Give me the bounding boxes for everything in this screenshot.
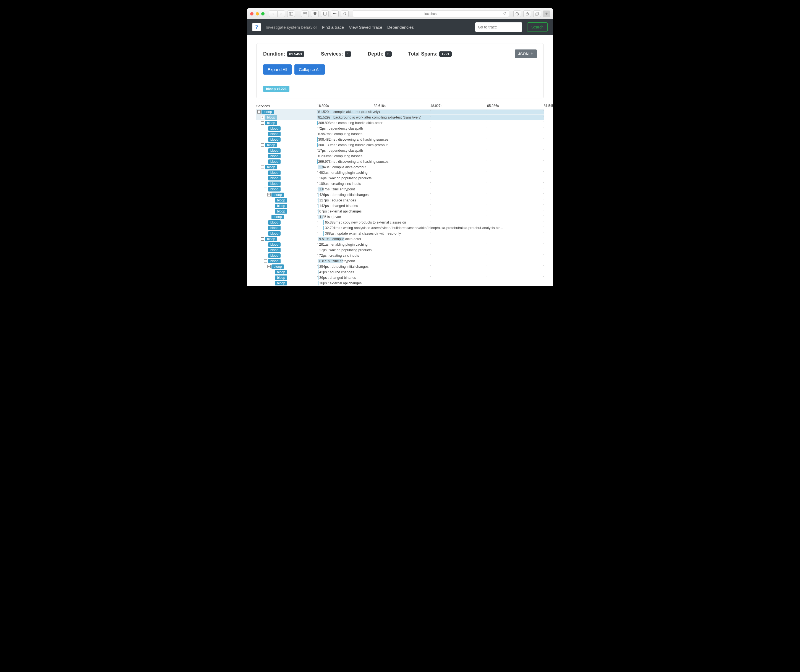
span-label: 1.875s : zinc entrypoint (318, 187, 355, 191)
browser-toolbar: ‹ › ••• localhost (247, 8, 553, 19)
span-label: 142µs : changed binaries (318, 204, 358, 208)
row-toggle[interactable]: − (267, 265, 271, 268)
duration-stat: Duration: 81.545s (263, 51, 305, 57)
new-tab-button[interactable]: + (543, 11, 550, 17)
span-row[interactable]: bloop·····72µs : creating zinc inputs (256, 253, 544, 258)
span-row[interactable]: −bloop·····300.139ms : computing bundle … (256, 142, 544, 148)
close-window-button[interactable] (250, 12, 253, 16)
span-row[interactable]: bloop·····142µs : changed binaries (256, 203, 544, 209)
url-bar[interactable]: localhost (353, 10, 509, 18)
row-toggle[interactable]: − (264, 187, 267, 191)
summary-panel: Duration: 81.545s Services: 1 Depth: 5 T… (256, 43, 544, 98)
service-pill: bloop (268, 226, 281, 230)
span-row[interactable]: −bloop·····254µs : detecting initial cha… (256, 264, 544, 269)
pocket-icon (303, 12, 307, 16)
span-row[interactable]: bloop·····109µs : creating zinc inputs (256, 181, 544, 187)
service-filter-badge[interactable]: bloop x1221 (263, 86, 289, 92)
sidebar-toggle-button[interactable] (287, 11, 295, 17)
span-row[interactable]: bloop·····16µs : wait on populating prod… (256, 176, 544, 181)
service-pill: bloop (268, 126, 281, 131)
app-logo[interactable]: ? (252, 23, 261, 31)
json-button[interactable]: JSON (515, 50, 537, 58)
row-toggle[interactable]: − (261, 121, 264, 125)
refresh-icon[interactable] (503, 11, 507, 16)
page-icon (324, 12, 327, 16)
span-row[interactable]: bloop·····18µs : external api changes (256, 280, 544, 286)
span-label: 36µs : changed binaries (318, 276, 356, 280)
span-row[interactable]: −bloop·····308.898ms : computing bundle … (256, 120, 544, 126)
span-label: 300.139ms : computing bundle akka-protob… (317, 143, 388, 147)
service-pill: bloop (268, 154, 281, 158)
tabs-button[interactable] (533, 11, 541, 17)
span-row[interactable]: bloop·····17µs : dependency classpath (256, 148, 544, 154)
services-column-header: Services (256, 104, 317, 108)
span-label: 8.957ms : computing hashes (317, 132, 362, 136)
service-pill: bloop (268, 220, 281, 225)
span-row[interactable]: −bloop·····8.871s : zinc entrypoint (256, 258, 544, 264)
service-pill: bloop (268, 137, 281, 142)
download-arrow-icon (516, 12, 519, 16)
row-toggle[interactable]: + (261, 116, 264, 119)
row-toggle[interactable]: − (257, 110, 261, 114)
row-toggle[interactable]: − (261, 237, 264, 241)
row-toggle[interactable]: − (267, 193, 271, 197)
svg-rect-6 (535, 13, 538, 15)
back-button[interactable]: ‹ (269, 11, 277, 17)
span-row[interactable]: −bloop·····81.529s : compile akka-test (… (256, 109, 544, 115)
span-row[interactable]: bloop·····67µs : external api changes (256, 209, 544, 214)
span-row[interactable]: bloop·····8.957ms : computing hashes (256, 131, 544, 137)
share-icon (526, 12, 529, 16)
pocket-button[interactable] (301, 11, 309, 17)
more-button[interactable]: ••• (331, 11, 338, 17)
reload-outer-button[interactable] (341, 11, 349, 17)
service-pill: bloop (268, 176, 281, 181)
span-row[interactable]: bloop·····72µs : dependency classpath (256, 126, 544, 131)
span-row[interactable]: bloop·····482µs : enabling plugin cachin… (256, 170, 544, 176)
url-text: localhost (424, 12, 437, 16)
span-row[interactable]: bloop·····308.482ms : discovering and ha… (256, 137, 544, 142)
span-row[interactable]: bloop·····17µs : wait on populating prod… (256, 247, 544, 253)
span-row[interactable]: −bloop·····426µs : detecting initial cha… (256, 192, 544, 198)
share-button[interactable] (523, 11, 531, 17)
nav-dependencies[interactable]: Dependencies (387, 25, 414, 30)
row-toggle[interactable]: − (261, 165, 264, 169)
shield-button[interactable] (311, 11, 319, 17)
forward-button[interactable]: › (277, 11, 285, 17)
reader-button[interactable] (321, 11, 329, 17)
span-row[interactable]: bloop·····281µs : enabling plugin cachin… (256, 242, 544, 247)
search-button[interactable]: Search (527, 22, 548, 32)
collapse-all-button[interactable]: Collapse All (294, 64, 325, 75)
span-row[interactable]: −bloop·····9.519s : compile akka-actor (256, 236, 544, 242)
service-pill: bloop (268, 248, 281, 252)
svg-rect-0 (289, 12, 293, 15)
span-row[interactable]: bloop·····1.851s : javac (256, 214, 544, 220)
span-row[interactable]: bloop·····8.239ms : computing hashes (256, 154, 544, 159)
shield-icon (313, 12, 316, 16)
span-row[interactable]: −bloop·····1.875s : zinc entrypoint (256, 187, 544, 192)
span-label: 16µs : wait on populating products (318, 176, 372, 180)
span-row[interactable]: bloop·····36µs : changed binaries (256, 275, 544, 280)
span-label: 9.519s : compile akka-actor (318, 237, 361, 241)
span-row[interactable]: bloop·····127µs : source changes (256, 198, 544, 203)
downloads-button[interactable] (513, 11, 521, 17)
trace-header: Services 16.309s32.618s48.927s65.236s81.… (256, 104, 544, 108)
span-row[interactable]: bloop·····42µs : source changes (256, 269, 544, 275)
services-value: 1 (345, 51, 351, 57)
span-label: 81.529s : background io work after compi… (317, 115, 421, 119)
expand-all-button[interactable]: Expand All (263, 64, 292, 75)
span-row[interactable]: bloop·····299.973ms : discovering and ha… (256, 159, 544, 165)
tabs-icon (535, 12, 539, 16)
minimize-window-button[interactable] (256, 12, 259, 16)
span-label: 1.943s : compile akka-protobuf (318, 165, 366, 169)
span-row[interactable]: bloop·····65.388ms : copy new products t… (256, 220, 544, 225)
row-toggle[interactable]: − (264, 259, 267, 263)
span-row[interactable]: bloop·····388µs : update external classe… (256, 231, 544, 236)
zoom-window-button[interactable] (261, 12, 265, 16)
goto-trace-input[interactable] (475, 22, 522, 32)
span-row[interactable]: bloop·····32.791ms : writing analysis to… (256, 225, 544, 231)
span-row[interactable]: +bloop·····81.529s : background io work … (256, 115, 544, 120)
nav-view-saved[interactable]: View Saved Trace (349, 25, 382, 30)
row-toggle[interactable]: − (261, 143, 264, 147)
span-row[interactable]: −bloop·····1.943s : compile akka-protobu… (256, 165, 544, 170)
nav-find-trace[interactable]: Find a trace (322, 25, 344, 30)
